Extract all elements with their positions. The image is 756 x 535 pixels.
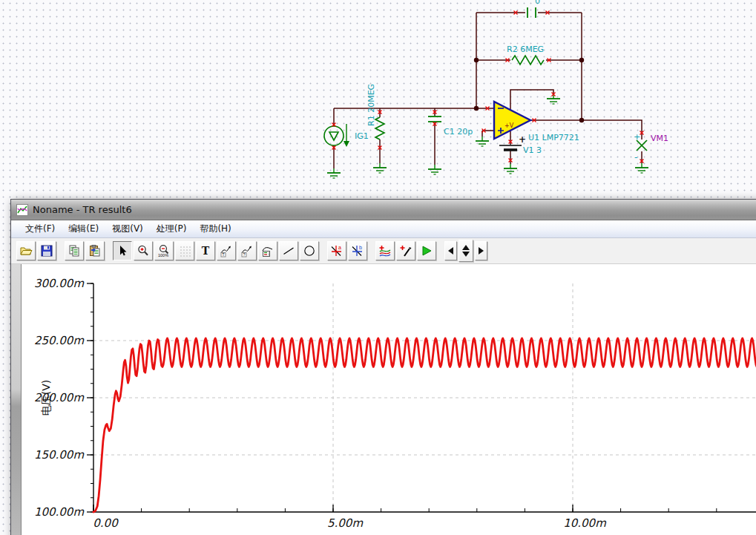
play-icon — [420, 244, 433, 257]
label-u1: U1 LMP7721 — [528, 133, 579, 142]
component-current-source-ig1[interactable] — [324, 124, 349, 147]
pin-marks — [332, 11, 644, 163]
waveform-chart-panel[interactable]: 300.00m250.00m200.00m150.00m100.00m0.005… — [22, 264, 756, 535]
open-button[interactable] — [16, 241, 36, 260]
schematic-canvas[interactable]: +V + + - IG1 R1 20MEG C1 20p R2 6MEG U1 … — [0, 0, 756, 199]
add-curves-button[interactable] — [375, 241, 395, 260]
select-cursor-button[interactable] — [113, 241, 132, 260]
legend-button[interactable] — [258, 241, 277, 260]
waveform-chart: 300.00m250.00m200.00m150.00m100.00m0.005… — [22, 264, 756, 535]
component-capacitor-top[interactable] — [527, 7, 536, 18]
grid-icon — [178, 244, 191, 257]
svg-text:250.00m: 250.00m — [34, 334, 84, 347]
zoom-in-icon — [137, 244, 150, 257]
voltmeter-minus-sign: - — [634, 152, 637, 163]
cursor-arrow-icon — [116, 244, 129, 257]
schematic-labels: IG1 R1 20MEG C1 20p R2 6MEG U1 LMP7721 V… — [355, 0, 668, 155]
label-r1: R1 20MEG — [367, 84, 376, 126]
battery-plus-sign: + — [519, 134, 526, 145]
component-opamp-u1[interactable]: +V — [494, 102, 530, 139]
wires — [334, 13, 642, 168]
curve-info-button[interactable]: ? — [237, 241, 257, 260]
label-r2: R2 6MEG — [507, 45, 544, 54]
cursor-b-button[interactable]: b — [348, 241, 367, 260]
run-button[interactable] — [417, 241, 436, 260]
chart-row: 300.00m250.00m200.00m150.00m100.00m0.005… — [11, 264, 756, 535]
component-resistor-r2[interactable] — [512, 56, 544, 65]
menu-view[interactable]: 视图(V) — [105, 220, 150, 237]
left-arrow-icon — [448, 247, 453, 255]
svg-text:0.00: 0.00 — [93, 516, 119, 530]
legend-icon — [261, 244, 275, 257]
ellipse-tool-button[interactable] — [300, 241, 319, 260]
grid-button[interactable] — [175, 241, 194, 260]
zoom-100-button[interactable]: 100% — [154, 241, 174, 260]
titlebar[interactable]: Noname - TR result6 — [11, 200, 756, 220]
svg-text:5.00m: 5.00m — [327, 516, 363, 530]
annotate-curve-button[interactable]: T — [217, 241, 236, 260]
label-v1: V1 3 — [523, 145, 542, 155]
paste-icon — [88, 244, 102, 257]
floppy-icon — [40, 244, 53, 257]
screen: { "window": { "title": "Noname - TR resu… — [0, 0, 756, 535]
copy-icon — [68, 244, 81, 257]
svg-text:b: b — [359, 245, 362, 250]
menu-process[interactable]: 处理(P) — [150, 220, 194, 237]
component-capacitor-c1[interactable] — [428, 116, 441, 122]
window-icon — [16, 204, 28, 216]
menubar: 文件(F) 编辑(E) 视图(V) 处理(P) 帮助(H) — [11, 220, 756, 238]
line-tool-icon — [282, 244, 295, 257]
cursor-a-button[interactable]: a — [327, 241, 346, 260]
zoom-100-icon: 100% — [157, 244, 171, 257]
svg-text:a: a — [338, 245, 341, 250]
cursor-a-icon: a — [330, 244, 344, 257]
svg-text:10.00m: 10.00m — [563, 516, 606, 530]
window-title: Noname - TR result6 — [33, 204, 132, 215]
svg-text:T: T — [202, 245, 210, 257]
curve-info-icon: ? — [240, 244, 254, 257]
component-battery-v1[interactable] — [499, 145, 522, 150]
label-c1: C1 20p — [444, 127, 473, 137]
text-tool-icon: T — [199, 244, 212, 257]
scroll-updown-spinner[interactable] — [458, 240, 473, 262]
ellipse-tool-icon — [303, 244, 316, 257]
line-tool-button[interactable] — [279, 241, 298, 260]
menu-help[interactable]: 帮助(H) — [193, 220, 237, 237]
svg-text:?: ? — [243, 252, 245, 257]
window-left-frame — [11, 264, 22, 535]
down-arrow-icon — [462, 252, 470, 257]
svg-text:电压(V): 电压(V) — [40, 380, 52, 416]
right-arrow-icon — [479, 247, 484, 255]
menu-file[interactable]: 文件(F) — [19, 220, 62, 237]
label-top-partial: 0 — [535, 0, 540, 6]
voltmeter-plus-sign: + — [634, 132, 640, 142]
paste-button[interactable] — [85, 241, 105, 260]
svg-text:150.00m: 150.00m — [34, 448, 84, 462]
label-ig1: IG1 — [355, 131, 369, 141]
copy-button[interactable] — [65, 241, 84, 260]
cursor-b-icon: b — [351, 244, 364, 257]
label-vm1: VM1 — [651, 134, 668, 143]
scroll-right-button[interactable] — [475, 241, 487, 260]
opamp-supply-label: +V — [504, 122, 514, 129]
component-voltmeter-vm1[interactable] — [637, 140, 647, 151]
svg-text:300.00m: 300.00m — [34, 277, 84, 290]
save-button[interactable] — [37, 241, 56, 260]
annotate-curve-icon: T — [220, 244, 233, 257]
probe-button[interactable] — [396, 241, 415, 260]
open-folder-icon — [19, 244, 33, 257]
component-resistor-r1[interactable] — [375, 117, 384, 140]
svg-text:100%: 100% — [158, 253, 168, 257]
probe-icon — [399, 244, 412, 257]
svg-text:100.00m: 100.00m — [34, 505, 84, 519]
up-arrow-icon — [462, 245, 470, 250]
toolbar: 100% T T — [11, 238, 756, 264]
menu-edit[interactable]: 编辑(E) — [62, 220, 105, 237]
zoom-in-button[interactable] — [134, 241, 153, 260]
scroll-left-button[interactable] — [444, 241, 457, 260]
add-curves-icon — [378, 244, 392, 257]
tr-result-window: Noname - TR result6 文件(F) 编辑(E) 视图(V) 处理… — [10, 199, 756, 535]
text-tool-button[interactable]: T — [196, 241, 215, 260]
